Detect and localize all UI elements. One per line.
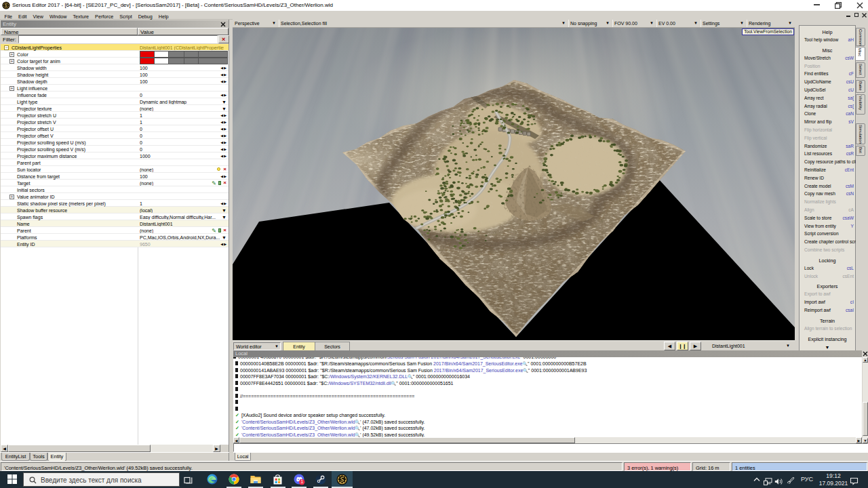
svg-text:1: 1	[300, 479, 303, 484]
